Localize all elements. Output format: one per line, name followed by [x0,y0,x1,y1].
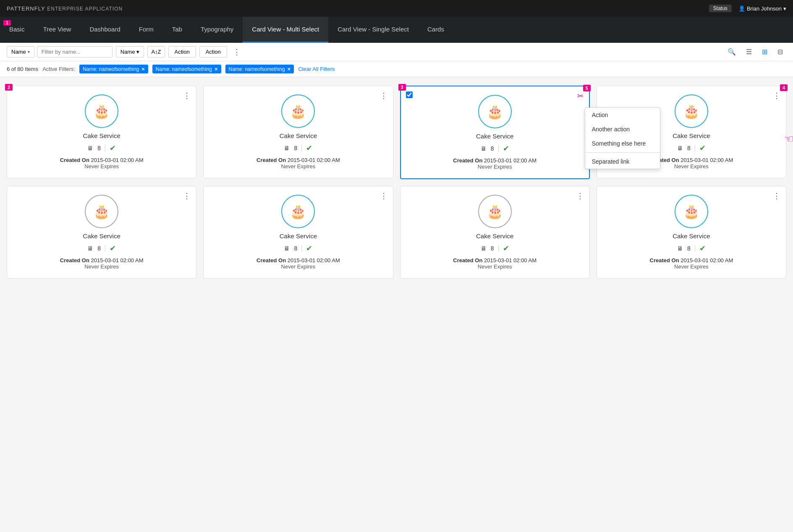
user-name: Brian Johnson [747,5,782,12]
filter-chip-1[interactable]: Name: nameofsomething × [79,65,148,73]
card-6-meta: Created On 2015-03-01 02:00 AM Never Exp… [256,257,340,270]
filter-chip-3-remove[interactable]: × [288,66,291,72]
card-wrapper-3: 3 5 ✂ 🎂 Action Another action Something … [400,86,590,179]
card-2-expires: Never Expires [256,163,340,170]
filter-group: Name ▾ [7,46,113,57]
search-button[interactable]: 🔍 [724,46,739,57]
action-button-1[interactable]: Action [168,46,196,57]
card-4-name: Cake Service [673,132,710,139]
card-5-kebab-button[interactable]: ⋮ [183,191,191,201]
card-3-stats: 🖥 8 ✔ [481,144,509,153]
sort-by-caret-icon: ▾ [136,49,139,55]
card-2-avatar: 🎂 [281,94,315,128]
card-7-avatar: 🎂 [478,195,512,228]
card-2-stat-num: 8 [294,145,297,151]
dropdown-item-another-action[interactable]: Another action [585,122,660,136]
card-2-name: Cake Service [280,132,317,139]
card-6-kebab-button[interactable]: ⋮ [380,191,388,201]
nav-item-tab[interactable]: Tab [163,17,191,43]
card-6-expires: Never Expires [256,263,340,270]
filter-chip-2-remove[interactable]: × [215,66,218,72]
card-5-name: Cake Service [83,232,120,240]
card-2-stats: 🖥 8 ✔ [284,143,312,153]
dropdown-item-action[interactable]: Action [585,108,660,122]
filter-chip-2[interactable]: Name: nameofsomething × [152,65,221,73]
card-1-avatar: 🎂 [85,94,118,128]
nav-item-card-view-multi[interactable]: Card View - Multi Select [243,17,328,43]
card-8-stats: 🖥 8 ✔ [677,244,706,253]
nav-label-basic: Basic [9,26,25,33]
card-7-created-date: 2015-03-01 02:00 AM [484,257,537,263]
card-8-expires: Never Expires [650,263,733,270]
nav-item-form[interactable]: Form [130,17,163,43]
card-3-meta: Created On 2015-03-01 02:00 AM Never Exp… [453,157,537,170]
nav-badge-1: 1 [3,20,11,26]
items-count: 6 of 80 Items [7,66,38,72]
card-2-meta: Created On 2015-03-01 02:00 AM Never Exp… [256,157,340,170]
card-2-kebab-button[interactable]: ⋮ [380,91,388,100]
annotation-badge-4: 4 [780,84,788,91]
card-2-divider [301,145,302,151]
nav-item-basic[interactable]: 1 Basic [0,17,34,43]
top-bar-right: Status 👤 Brian Johnson ▾ [709,5,786,12]
grid-view-icon: ⊟ [777,48,783,55]
filter-chip-1-remove[interactable]: × [141,66,145,72]
nav-label-tab: Tab [172,26,182,33]
active-filters-label: Active Filters: [42,66,75,72]
action-button-2[interactable]: Action [199,46,227,57]
nav-item-tree-view[interactable]: Tree View [34,17,81,43]
scissors-icon: ✂ [577,92,584,100]
card-5-meta: Created On 2015-03-01 02:00 AM Never Exp… [60,257,144,270]
sort-by-select[interactable]: Name ▾ [116,46,144,57]
card-wrapper-1: 2 ⋮ 🎂 Cake Service 🖥 8 ✔ Created On 2015… [7,86,196,179]
card-3[interactable]: 5 ✂ 🎂 Action Another action Something el… [400,86,590,179]
sort-direction-button[interactable]: A↕Z [147,46,165,57]
list-view-button[interactable]: ☰ [743,46,755,57]
nav-label-card-view-multi: Card View - Multi Select [252,26,319,33]
card-1[interactable]: ⋮ 🎂 Cake Service 🖥 8 ✔ Created On 2015-0… [7,86,196,178]
card-1-stat-num: 8 [97,145,101,151]
card-5-check-icon: ✔ [110,244,116,253]
filter-by-select[interactable]: Name ▾ [7,46,34,57]
card-8[interactable]: ⋮ 🎂 Cake Service 🖥 8 ✔ Created On 2015-0… [597,186,786,279]
card-4-kebab-button[interactable]: ⋮ [773,91,781,100]
card-3-checkbox[interactable] [406,91,413,98]
grid-view-button[interactable]: ⊟ [774,46,786,57]
user-caret-icon: ▾ [783,5,786,12]
nav-label-typography: Typography [201,26,233,33]
card-8-monitor-icon: 🖥 [677,245,683,252]
card-3-kebab-button[interactable]: ✂ [577,91,584,101]
card-7-expires: Never Expires [453,263,537,270]
card-view-button[interactable]: ⊞ [759,46,771,57]
card-3-name: Cake Service [476,133,513,140]
card-8-kebab-button[interactable]: ⋮ [773,191,781,201]
dropdown-item-something-else[interactable]: Something else here [585,136,660,151]
nav-item-dashboard[interactable]: Dashboard [80,17,129,43]
toolbar-kebab-button[interactable]: ⋮ [230,47,243,57]
filter-chip-3[interactable]: Name: nameofsomething × [225,65,294,73]
filter-input[interactable] [37,46,113,57]
filter-by-caret-icon: ▾ [28,50,30,54]
card-6-check-icon: ✔ [306,244,312,253]
card-1-kebab-button[interactable]: ⋮ [183,91,191,100]
card-8-check-icon: ✔ [699,244,706,253]
card-5[interactable]: ⋮ 🎂 Cake Service 🖥 8 ✔ Created On 2015-0… [7,186,196,279]
card-5-divider [105,245,105,252]
main-nav: 1 Basic Tree View Dashboard Form Tab Typ… [0,17,793,43]
card-7-kebab-button[interactable]: ⋮ [576,191,584,201]
card-7[interactable]: ⋮ 🎂 Cake Service 🖥 8 ✔ Created On 2015-0… [400,186,590,279]
card-2[interactable]: ⋮ 🎂 Cake Service 🖥 8 ✔ Created On 2015-0… [203,86,393,178]
nav-item-card-view-single[interactable]: Card View - Single Select [328,17,418,43]
nav-item-typography[interactable]: Typography [191,17,243,43]
card-7-check-icon: ✔ [503,244,509,253]
card-6-monitor-icon: 🖥 [284,245,290,252]
nav-label-form: Form [139,26,154,33]
card-4-monitor-icon: 🖥 [677,145,683,151]
card-6[interactable]: ⋮ 🎂 Cake Service 🖥 8 ✔ Created On 2015-0… [203,186,393,279]
card-3-created-label: Created On [453,157,482,164]
user-menu[interactable]: 👤 Brian Johnson ▾ [738,5,786,12]
nav-item-cards[interactable]: Cards [418,17,453,43]
dropdown-item-separated-link[interactable]: Separated link [585,154,660,169]
clear-all-filters-link[interactable]: Clear All Filters [298,66,335,72]
card-1-created-label: Created On [60,157,89,163]
